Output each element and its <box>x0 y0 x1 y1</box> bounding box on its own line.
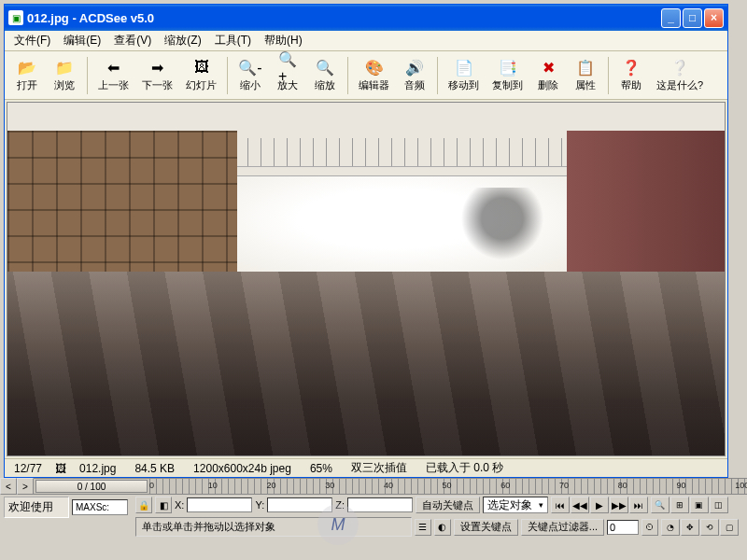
zoomin-label: 放大 <box>277 78 298 92</box>
titlebar[interactable]: ▣ 012.jpg - ACDSee v5.0 _ □ × <box>5 5 727 31</box>
play-icon[interactable]: ▶ <box>590 497 609 513</box>
window-title: 012.jpg - ACDSee v5.0 <box>27 11 661 25</box>
zoom-extents-icon[interactable]: ▣ <box>690 497 709 513</box>
image-viewport[interactable] <box>7 102 726 456</box>
toolbar-separator <box>347 57 348 94</box>
pan-icon[interactable]: ✥ <box>681 519 699 536</box>
next-frame-icon[interactable]: ▶▶ <box>610 497 628 513</box>
next-button[interactable]: ➡下一张 <box>137 54 177 97</box>
x-input[interactable] <box>187 497 252 512</box>
copyto-label: 复制到 <box>492 78 523 92</box>
y-input[interactable] <box>267 497 332 512</box>
fov-icon[interactable]: ◔ <box>661 519 680 536</box>
zoom-label: 缩放 <box>315 78 335 92</box>
autokey-button[interactable]: 自动关键点 <box>416 497 480 513</box>
z-label: Z: <box>335 499 345 511</box>
moveto-icon: 📄 <box>455 58 473 77</box>
tick-label: 40 <box>384 481 393 490</box>
frame-input[interactable] <box>607 520 639 535</box>
menu-tools[interactable]: 工具(T) <box>209 31 257 50</box>
menu-file[interactable]: 文件(F) <box>8 31 56 50</box>
timeline-right-icon[interactable]: > <box>17 478 34 495</box>
delete-label: 删除 <box>538 78 558 92</box>
next-label: 下一张 <box>142 78 173 92</box>
time-slider[interactable]: 0 / 100 <box>35 480 148 493</box>
menubar: 文件(F) 编辑(E) 查看(V) 缩放(Z) 工具(T) 帮助(H) <box>5 31 727 51</box>
editor-label: 编辑器 <box>359 78 389 92</box>
goto-start-icon[interactable]: ⏮ <box>551 497 570 513</box>
minimize-button[interactable]: _ <box>661 8 681 28</box>
timeline[interactable]: < > 0 / 100 0102030405060708090100 <box>0 478 747 495</box>
toolbar-separator <box>87 57 88 94</box>
whatsthis-label: 这是什么? <box>656 78 703 92</box>
help-button[interactable]: ❓帮助 <box>614 54 648 97</box>
zoom-extents-all-icon[interactable]: ◫ <box>710 497 728 513</box>
script-listener-icon[interactable]: ☰ <box>415 519 431 536</box>
zoom-all-icon[interactable]: ⊞ <box>670 497 689 513</box>
slideshow-label: 幻灯片 <box>186 78 217 92</box>
status-zoom: 65% <box>304 461 338 476</box>
timeline-ruler[interactable]: 0102030405060708090100 <box>149 479 747 494</box>
menu-view[interactable]: 查看(V) <box>108 31 157 50</box>
menu-help[interactable]: 帮助(H) <box>259 31 308 50</box>
toolbar-separator <box>227 57 228 94</box>
properties-button[interactable]: 📋属性 <box>569 54 602 97</box>
goto-end-icon[interactable]: ⏭ <box>629 497 648 513</box>
playback-controls: ⏮ ◀◀ ▶ ▶▶ ⏭ <box>551 497 648 513</box>
toolbar-separator <box>437 57 438 94</box>
maxscript-input[interactable]: MAXSc: <box>72 499 128 515</box>
properties-icon: 📋 <box>576 58 595 77</box>
snap-toggle-icon[interactable]: ◧ <box>155 497 172 513</box>
moveto-button[interactable]: 📄移动到 <box>444 54 484 97</box>
orbit-icon[interactable]: ⟲ <box>700 519 719 536</box>
displayed-image <box>7 103 725 455</box>
menu-zoom[interactable]: 缩放(Z) <box>159 31 206 50</box>
tick-label: 50 <box>443 481 452 490</box>
browse-button[interactable]: 📁浏览 <box>48 54 81 97</box>
audio-button[interactable]: 🔊音频 <box>398 54 431 97</box>
comm-center-icon[interactable]: ◐ <box>434 519 451 536</box>
maximize-button[interactable]: □ <box>683 8 702 28</box>
tick-label: 70 <box>559 481 569 490</box>
moveto-label: 移动到 <box>448 78 479 92</box>
zoom-nav-icon[interactable]: 🔍 <box>651 497 669 513</box>
tick-label: 0 <box>149 481 154 490</box>
editor-button[interactable]: 🎨编辑器 <box>354 54 394 97</box>
zoomin-button[interactable]: 🔍+放大 <box>271 54 304 97</box>
statusbar: 12/77 🖼 012.jpg 84.5 KB 1200x600x24b jpe… <box>5 458 727 477</box>
help-label: 帮助 <box>621 78 641 92</box>
editor-icon: 🎨 <box>365 58 384 77</box>
browse-icon: 📁 <box>55 58 74 77</box>
menu-edit[interactable]: 编辑(E) <box>58 31 106 50</box>
properties-label: 属性 <box>575 78 596 92</box>
prev-frame-icon[interactable]: ◀◀ <box>571 497 589 513</box>
z-input[interactable] <box>347 497 413 512</box>
lock-selection-icon[interactable]: 🔒 <box>135 497 152 513</box>
prev-button[interactable]: ⬅上一张 <box>93 54 134 97</box>
status-index: 12/77 <box>8 461 48 476</box>
zoomout-button[interactable]: 🔍-缩小 <box>233 54 267 97</box>
toolbar-separator <box>608 57 609 94</box>
close-button[interactable]: × <box>704 8 724 28</box>
keyfilter-button[interactable]: 关键点过滤器... <box>521 519 604 536</box>
whatsthis-button[interactable]: ❔这是什么? <box>652 54 708 97</box>
slideshow-button[interactable]: 🖼幻灯片 <box>181 54 221 97</box>
status-loadtime: 已载入于 0.0 秒 <box>420 459 509 477</box>
selected-dropdown[interactable]: 选定对象 <box>483 497 548 513</box>
copyto-button[interactable]: 📑复制到 <box>487 54 528 97</box>
tick-label: 10 <box>208 481 218 490</box>
zoom-button[interactable]: 🔍缩放 <box>308 54 342 97</box>
tick-label: 60 <box>500 481 510 490</box>
delete-button[interactable]: ✖删除 <box>531 54 565 97</box>
open-button[interactable]: 📂打开 <box>10 54 44 97</box>
viewport-nav-2: ◔ ✥ ⟲ ▢ <box>661 519 743 536</box>
audio-label: 音频 <box>404 78 425 92</box>
timeline-left-icon[interactable]: < <box>0 478 17 495</box>
tick-label: 100 <box>735 481 747 490</box>
y-label: Y: <box>255 499 264 511</box>
setkey-button[interactable]: 设置关键点 <box>454 519 518 536</box>
time-config-icon[interactable]: ⏲ <box>641 519 658 536</box>
max-toggle-icon[interactable]: ▢ <box>720 519 739 536</box>
max-left-area: 欢迎使用 MAXSc: <box>0 495 132 560</box>
status-filesize: 84.5 KB <box>129 461 180 476</box>
